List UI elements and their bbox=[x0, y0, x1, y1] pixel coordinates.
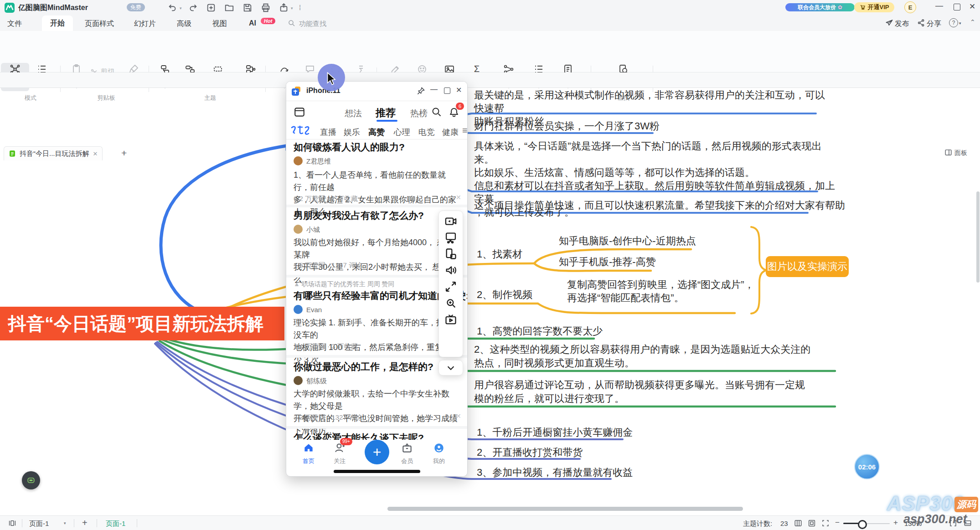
tab-ideas[interactable]: 想法 bbox=[345, 108, 362, 119]
vertical-scrollbar[interactable] bbox=[976, 191, 980, 283]
menu-home-active[interactable]: 开始 bbox=[42, 15, 73, 31]
feature-search-input[interactable]: 功能查找 bbox=[299, 20, 326, 28]
new-tab-button[interactable]: + bbox=[121, 148, 127, 159]
topic-tip2[interactable]: 2、这种类型的视频之所以容易获得用户的青睐，是因为选题贴近大众关注的 热点，同时… bbox=[474, 343, 848, 370]
page-overview-icon[interactable] bbox=[8, 519, 16, 527]
central-topic-node[interactable]: 抖音“今日话题”项目新玩法拆解 bbox=[0, 307, 284, 340]
nav-home-label[interactable]: 首页 bbox=[301, 457, 316, 465]
topic-monetize1[interactable]: 1、千粉后开通橱窗挂小黄车赚佣金 bbox=[477, 426, 633, 439]
active-page-tab[interactable]: 页面-1 bbox=[106, 520, 125, 528]
export-button[interactable] bbox=[279, 3, 289, 13]
topic-monetize3[interactable]: 3、参加中视频，有播放量就有收益 bbox=[477, 466, 633, 479]
tv-cast-icon[interactable] bbox=[444, 313, 457, 326]
tab-close-icon[interactable]: ✕ bbox=[93, 150, 98, 157]
promo-member-badge[interactable]: 联合会员大放价 ✿ bbox=[785, 3, 855, 11]
zoom-out-button[interactable]: − bbox=[835, 518, 840, 527]
category-entertainment[interactable]: 娱乐 bbox=[344, 127, 360, 138]
rotate-screen-icon[interactable] bbox=[444, 247, 457, 260]
menu-page-style[interactable]: 页面样式 bbox=[85, 19, 114, 29]
tab-recommend-active[interactable]: 推荐 bbox=[376, 106, 396, 120]
zoom-slider-handle[interactable] bbox=[858, 520, 867, 529]
drawer-icon[interactable] bbox=[294, 106, 305, 118]
undo-caret-icon[interactable]: ▾ bbox=[180, 6, 182, 10]
nav-member-label[interactable]: 会员 bbox=[399, 457, 415, 465]
user-avatar[interactable]: E bbox=[904, 1, 916, 13]
phone-minimize-button[interactable]: — bbox=[430, 85, 438, 93]
open-folder-button[interactable] bbox=[224, 3, 234, 13]
topic-step1-child-mobile[interactable]: 知乎手机版-推荐-高赞 bbox=[559, 255, 656, 268]
fullscreen-expand-icon[interactable] bbox=[444, 280, 457, 293]
fit-window-icon[interactable] bbox=[808, 519, 816, 527]
window-close-button[interactable]: ✕ bbox=[969, 2, 975, 11]
nav-me-label[interactable]: 我的 bbox=[431, 457, 447, 465]
panel-toggle-button[interactable]: 面板 bbox=[954, 149, 967, 157]
topic-step1-child-pc[interactable]: 知乎电脑版-创作中心-近期热点 bbox=[559, 234, 696, 247]
menu-advanced[interactable]: 高级 bbox=[177, 19, 191, 29]
card-dismiss-icon[interactable]: ✕ bbox=[456, 412, 461, 420]
create-post-button[interactable]: + bbox=[365, 440, 389, 464]
help-caret-icon[interactable]: ▾ bbox=[959, 21, 961, 26]
more-tools-icon[interactable]: ⁞ bbox=[299, 4, 301, 11]
category-esports[interactable]: 电竞 bbox=[418, 127, 435, 138]
screenshot-icon[interactable] bbox=[444, 231, 457, 244]
horizontal-scrollbar[interactable] bbox=[387, 507, 743, 511]
menu-view[interactable]: 视图 bbox=[212, 19, 227, 29]
topic-note-case[interactable]: 财门社群有位会员实操，一个月涨了3W粉 bbox=[474, 119, 660, 133]
page-selector-caret-icon[interactable]: ▾ bbox=[64, 521, 66, 525]
publish-button[interactable]: 发布 bbox=[895, 19, 909, 29]
menu-ai[interactable]: AI bbox=[249, 19, 256, 27]
page-selector[interactable]: 页面-1 bbox=[29, 520, 49, 528]
topic-note-summary[interactable]: 这个项目操作简单快速，而且可以快速积累流量。希望我接下来的介绍对大家有帮助 bbox=[474, 199, 845, 212]
save-button[interactable] bbox=[242, 3, 253, 13]
category-health[interactable]: 健康 bbox=[442, 127, 459, 138]
zoom-magnifier-icon[interactable] bbox=[444, 297, 457, 309]
phone-window-titlebar[interactable]: iPhone.11 — ✕ bbox=[286, 82, 467, 101]
floating-assistant-button[interactable] bbox=[22, 471, 40, 489]
toolbar-collapse-button[interactable] bbox=[438, 360, 463, 376]
assistant-icon bbox=[26, 476, 36, 485]
topic-monetize2[interactable]: 2、开直播收打赏和带货 bbox=[477, 446, 583, 459]
pin-icon[interactable] bbox=[417, 87, 425, 95]
phone-maximize-button[interactable] bbox=[444, 87, 450, 94]
category-psychology[interactable]: 心理 bbox=[394, 127, 410, 138]
topic-tip3[interactable]: 用户很容易通过评论互动，从而帮助视频获得更多曝光。当账号拥有一定规 模的粉丝后，… bbox=[474, 378, 848, 406]
fullscreen-icon[interactable] bbox=[821, 519, 830, 527]
window-maximize-button[interactable] bbox=[954, 4, 960, 10]
menu-file[interactable]: 文件 bbox=[7, 19, 22, 29]
share-button[interactable]: 分享 bbox=[927, 19, 941, 29]
callout-demo-node[interactable]: 图片以及实操演示 bbox=[766, 256, 849, 277]
card-dismiss-icon[interactable]: ✕ bbox=[456, 194, 461, 201]
phone-search-icon[interactable] bbox=[431, 107, 442, 118]
cart-icon bbox=[860, 4, 866, 10]
menu-slides[interactable]: 幻灯片 bbox=[134, 19, 156, 29]
speaker-icon[interactable] bbox=[444, 264, 457, 277]
print-button[interactable] bbox=[261, 3, 271, 13]
add-page-button[interactable]: + bbox=[82, 518, 88, 528]
vip-button[interactable]: 开通VIP bbox=[854, 2, 894, 12]
new-file-button[interactable] bbox=[206, 3, 216, 13]
document-tab[interactable]: 抖音“今日...目玩法拆解 ✕ bbox=[4, 146, 103, 160]
member-icon[interactable] bbox=[401, 442, 413, 454]
topic-step1[interactable]: 1、找素材 bbox=[477, 247, 522, 261]
home-icon[interactable] bbox=[303, 442, 315, 454]
topic-tip1[interactable]: 1、高赞的回答字数不要太少 bbox=[477, 324, 603, 338]
tab-hot[interactable]: 热榜 bbox=[410, 108, 428, 119]
zoom-in-button[interactable]: + bbox=[893, 518, 898, 527]
mirror-toolbar[interactable] bbox=[438, 211, 463, 357]
undo-button[interactable] bbox=[168, 3, 178, 13]
window-minimize-button[interactable]: — bbox=[935, 1, 943, 10]
topic-step2[interactable]: 2、制作视频 bbox=[477, 288, 532, 301]
export-caret-icon[interactable]: ▾ bbox=[291, 6, 293, 10]
record-video-icon[interactable] bbox=[444, 215, 457, 227]
topic-step2-child[interactable]: 复制高赞回答到剪映里，选择“图文成片”， 再选择“智能匹配表情包”。 bbox=[567, 278, 754, 304]
category-more-icon[interactable]: ≡ bbox=[462, 125, 468, 136]
category-live[interactable]: 直播 bbox=[320, 127, 336, 138]
multi-page-view-icon[interactable] bbox=[794, 519, 802, 527]
collapse-ribbon-icon[interactable]: ⌃ bbox=[970, 18, 975, 26]
me-icon[interactable] bbox=[433, 442, 445, 454]
nav-follow-label[interactable]: 关注 bbox=[332, 457, 347, 465]
phone-close-button[interactable]: ✕ bbox=[456, 86, 462, 94]
help-button[interactable]: ? bbox=[949, 18, 958, 27]
redo-button[interactable] bbox=[188, 3, 198, 13]
category-top-voted-active[interactable]: 高赞 bbox=[368, 127, 385, 138]
